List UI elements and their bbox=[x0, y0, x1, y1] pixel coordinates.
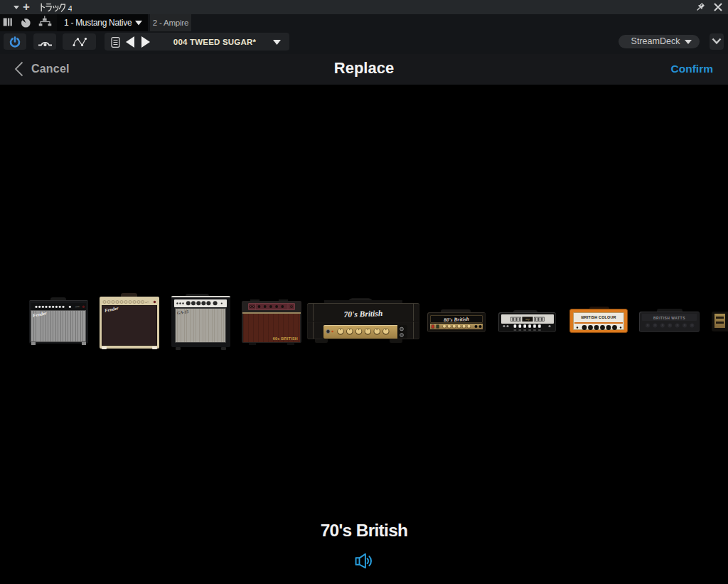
svg-text:~~: ~~ bbox=[75, 304, 80, 309]
svg-text:~~: ~~ bbox=[145, 300, 149, 304]
svg-text:4: 4 bbox=[68, 4, 73, 13]
svg-text:amp: amp bbox=[525, 318, 530, 321]
svg-text:80's British: 80's British bbox=[444, 316, 469, 323]
svg-text:70's British: 70's British bbox=[343, 309, 382, 319]
